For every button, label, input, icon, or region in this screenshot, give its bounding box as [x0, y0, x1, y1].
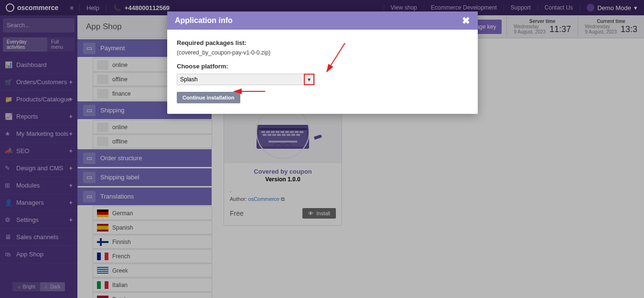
- modal-title: Application info: [175, 16, 233, 25]
- annotation-arrow-1: [322, 41, 351, 79]
- platform-select[interactable]: Splash: [177, 74, 315, 85]
- modal-header: Application info ✖: [167, 11, 478, 30]
- svg-line-22: [327, 43, 345, 72]
- annotation-arrow-2: [232, 88, 270, 95]
- chevron-down-icon[interactable]: ▼: [304, 74, 314, 85]
- continue-installation-button[interactable]: Continue installation: [177, 92, 240, 103]
- close-icon[interactable]: ✖: [462, 15, 470, 26]
